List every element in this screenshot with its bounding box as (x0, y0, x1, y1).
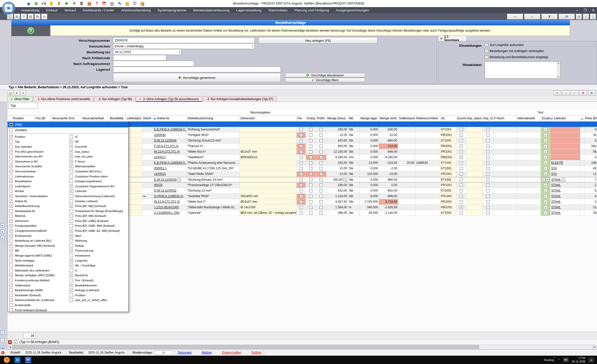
column-header[interactable]: bvp_no (483, 116, 493, 121)
menu-item[interactable]: Ausgangsrechnungen (336, 8, 369, 12)
column-header[interactable]: F-Norm (493, 116, 517, 121)
pruefmerkmal-checkbox-cell[interactable] (316, 177, 327, 182)
zusatztext-cell[interactable]: a▾ (541, 127, 550, 132)
gutter-pin-icon[interactable]: ▸ (1, 223, 5, 227)
chooser-item[interactable]: Rabatt (68, 243, 128, 248)
chooser-item[interactable]: Prüfmerkmal (8, 233, 68, 238)
checkbox-icon[interactable] (485, 43, 488, 47)
checkbox-icon[interactable] (70, 135, 73, 139)
zusatztext-cell[interactable]: a▾ (541, 199, 550, 205)
checkbox-icon[interactable] (319, 211, 323, 215)
chargenpflicht-checkbox-cell[interactable] (306, 205, 316, 210)
checkbox-icon[interactable] (319, 172, 323, 176)
filter-active-checkbox[interactable] (14, 340, 17, 344)
lieferant-cell[interactable]: ··· (550, 127, 580, 132)
pruefmerkmal-checkbox-cell[interactable] (316, 149, 327, 155)
referenz-cell[interactable] (415, 199, 440, 205)
artikel-nr-link[interactable]: G.PKW.A-1168534 /A (154, 194, 183, 198)
menge-lagernd-cell[interactable]: 0,000 (360, 132, 379, 138)
alternativartikel-cell[interactable] (517, 138, 541, 144)
scrollbar-thumb[interactable] (12, 345, 479, 349)
checkbox-icon[interactable] (309, 172, 312, 176)
referenz-cell[interactable] (415, 194, 440, 199)
bvp-no-checkbox-cell[interactable] (483, 183, 493, 188)
pruefmerkmal-checkbox-cell[interactable] (316, 199, 327, 205)
chooser-item[interactable]: Arbeitspaket-Nr. (8, 209, 68, 214)
chooser-item[interactable]: Artikelbezeichnung (8, 203, 68, 209)
toolbar-icon[interactable]: ⧉ (14, 14, 20, 19)
alternativartikel-cell[interactable] (517, 155, 541, 160)
dimension-cell[interactable] (240, 177, 297, 182)
artikel-nr-link[interactable]: W.13.N-272.371 /A (154, 150, 180, 153)
ac-cell[interactable]: PR1001 (440, 149, 456, 155)
checkbox-icon[interactable] (70, 234, 73, 238)
artikelbezeichnung-cell[interactable]: *Dichtung-Schutz13 mm* (187, 138, 240, 144)
checkbox-icon[interactable] (486, 128, 489, 131)
bestellung-bis-field[interactable]: 26.12.2025 ▾ (113, 49, 181, 55)
outlook-icon[interactable]: O (14, 356, 21, 364)
chooser-item[interactable]: Währung (68, 238, 128, 243)
checkbox-icon[interactable] (70, 298, 73, 302)
lieferant-link[interactable]: STA (551, 167, 557, 170)
f-norm-cell[interactable] (493, 171, 517, 177)
toolbar-action-button[interactable]: ✗ (541, 14, 558, 19)
statusbar-link[interactable]: Dokument (178, 351, 191, 354)
checkbox-icon[interactable] (70, 293, 73, 297)
checkbox-icon[interactable] (9, 303, 13, 307)
search-binoculars-icon[interactable]: ⚭ (20, 90, 26, 96)
menge-verfuegbar-cell[interactable]: -1.140,00 (379, 210, 398, 216)
zusatztext-cell[interactable]: a▾ (541, 177, 550, 182)
maximize-button[interactable]: ❐ (583, 8, 587, 12)
text-doc-icon[interactable]: a (544, 183, 547, 187)
checkbox-icon[interactable] (9, 279, 13, 282)
gutter-minus-icon[interactable]: − (1, 338, 5, 342)
ac-cell[interactable]: RM1001 (440, 205, 456, 210)
checkbox-icon[interactable] (9, 199, 13, 203)
ac-cell[interactable]: KT1001 (440, 177, 456, 182)
lieferant-link[interactable]: STA (551, 172, 557, 176)
checkbox-icon[interactable] (9, 155, 13, 158)
text-doc-icon[interactable]: a (544, 128, 547, 131)
checkbox-icon[interactable] (486, 184, 489, 187)
menu-item[interactable]: Betriebsdatenerfassung (193, 8, 229, 12)
checkbox-icon[interactable] (460, 128, 463, 131)
checkbox-icon[interactable] (309, 145, 312, 148)
checkbox-icon[interactable] (9, 194, 13, 198)
checkbox-icon[interactable] (9, 128, 13, 132)
menge-lagernd-cell[interactable]: 0,000 (360, 155, 379, 160)
checkbox-icon[interactable] (70, 145, 73, 148)
bvp-status-cell[interactable] (466, 205, 483, 210)
zuschnitt-checkbox-cell[interactable] (456, 171, 466, 177)
menge-verfuegbar-cell[interactable]: -946,00 (379, 149, 398, 155)
alternativartikel-cell[interactable] (517, 205, 541, 210)
me-cell[interactable]: Stk (348, 194, 360, 199)
dimension-cell[interactable]: 6000x80x10 (240, 155, 297, 160)
checkbox-icon[interactable] (460, 184, 463, 187)
zusatztext-cell[interactable]: a▾ (541, 144, 550, 149)
chooser-item[interactable]: Preisursprung (68, 248, 128, 253)
f-norm-cell[interactable] (493, 205, 517, 210)
menu-item[interactable]: Planung und Fertigung (294, 8, 329, 12)
column-header[interactable]: Menge [Gesa (327, 116, 348, 121)
taskbar-clock[interactable]: 17:04 26.11.2025 (572, 356, 585, 363)
checkbox-icon[interactable] (319, 184, 323, 187)
artikelbezeichnung-cell[interactable]: *Stahl Welle DN40* (187, 171, 240, 177)
checkbox-icon[interactable] (309, 211, 312, 215)
bvp-status-cell[interactable] (466, 166, 483, 171)
artikel-nr-link[interactable]: 1.2210 Ø14X1000 (154, 206, 179, 209)
menge-lagernd-cell[interactable]: 0,000 (360, 183, 379, 188)
chooser-item[interactable]: aart_anf_nr_anfart_offen (68, 298, 128, 303)
chargenpflicht-checkbox-cell[interactable] (306, 160, 316, 166)
column-header[interactable]: Pos (B\ (35, 116, 51, 121)
bvp-status-cell[interactable] (466, 138, 483, 144)
toolbar-action-button[interactable]: ✓ (524, 14, 540, 19)
bvp-no-checkbox-cell[interactable] (483, 171, 493, 177)
ac-cell[interactable]: KT1001 (440, 188, 456, 194)
artikelbezeichnung-cell[interactable]: *Welle Nut A* (187, 149, 240, 155)
lieferant-cell[interactable]: STAHL··· (550, 194, 580, 199)
sollbestand-cell[interactable] (398, 166, 415, 171)
lieferant-link[interactable]: STAHL (551, 183, 561, 187)
checkbox-icon[interactable] (70, 288, 73, 292)
sollbestand-cell[interactable] (398, 171, 415, 177)
fertigungsartikel-checkbox-cell[interactable] (297, 177, 306, 182)
